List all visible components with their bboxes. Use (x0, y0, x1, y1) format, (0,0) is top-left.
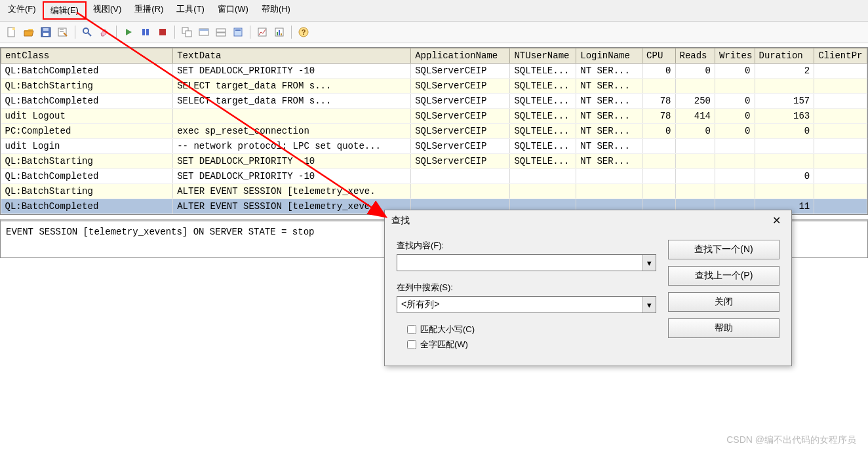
cell-login (576, 184, 642, 199)
toolbar-find-icon[interactable] (79, 24, 95, 40)
whole-word-checkbox[interactable]: 全字匹配(W) (407, 339, 656, 350)
cell-clientP (814, 94, 867, 109)
cell-ntUser (510, 184, 576, 199)
svg-rect-7 (60, 31, 64, 32)
column-header[interactable]: Writes (715, 48, 755, 64)
cell-ntUser: SQLTELE... (510, 79, 576, 94)
cell-reads: 250 (675, 94, 715, 109)
cell-textData: SELECT target_data FROM s... (173, 94, 411, 109)
dropdown-arrow-icon[interactable]: ▾ (642, 255, 656, 271)
cell-appName: SQLServerCEIP (411, 154, 510, 169)
cell-appName (411, 169, 510, 184)
menu-replay[interactable]: 重播(R) (128, 1, 170, 20)
search-column-combo[interactable]: ▾ (397, 296, 656, 313)
cell-cpu (642, 184, 675, 199)
column-header[interactable]: NTUserName (510, 48, 576, 64)
cell-duration: 157 (755, 94, 814, 109)
toolbar-window2-icon[interactable] (196, 24, 212, 40)
toolbar-pause-icon[interactable] (138, 24, 153, 40)
cell-eventClass: QL:BatchCompleted (1, 64, 173, 79)
toolbar-help-icon[interactable]: ? (296, 24, 311, 40)
toolbar-stop-icon[interactable] (155, 24, 170, 40)
svg-rect-1 (12, 28, 15, 30)
table-row[interactable]: QL:BatchCompletedSELECT target_data FROM… (1, 94, 867, 109)
toolbar-new-icon[interactable] (4, 24, 20, 40)
cell-login: NT SER... (576, 124, 642, 139)
svg-text:?: ? (302, 28, 306, 36)
table-row[interactable]: QL:BatchStartingSET DEADLOCK_PRIORITY -1… (1, 154, 867, 169)
search-column-label: 在列中搜索(S): (397, 282, 656, 293)
toolbar-erase-icon[interactable] (96, 24, 112, 40)
menu-file[interactable]: 文件(F) (1, 1, 43, 20)
column-header[interactable]: CPU (642, 48, 675, 64)
toolbar-chart2-icon[interactable] (271, 24, 287, 40)
cell-writes (715, 169, 755, 184)
find-content-combo[interactable]: ▾ (397, 254, 656, 271)
cell-cpu (642, 139, 675, 154)
column-header[interactable]: ClientPr (814, 48, 867, 64)
table-row[interactable]: PC:Completedexec sp_reset_connectionSQLS… (1, 124, 867, 139)
toolbar-open-icon[interactable] (21, 24, 37, 40)
find-prev-button[interactable]: 查找上一个(P) (668, 266, 779, 286)
svg-point-8 (83, 28, 89, 33)
menu-help[interactable]: 帮助(H) (255, 1, 297, 20)
toolbar-play-icon[interactable] (121, 24, 136, 40)
find-content-input[interactable] (397, 255, 642, 271)
cell-eventClass: QL:BatchStarting (1, 184, 173, 199)
column-header[interactable]: Duration (755, 48, 814, 64)
cell-appName: SQLServerCEIP (411, 139, 510, 154)
cell-clientP (814, 184, 867, 199)
menu-tools[interactable]: 工具(T) (170, 1, 211, 20)
cell-login: NT SER... (576, 64, 642, 79)
toolbar-window3-icon[interactable] (213, 24, 229, 40)
find-next-button[interactable]: 查找下一个(N) (668, 240, 779, 259)
menu-edit[interactable]: 编辑(E) (43, 1, 87, 20)
toolbar-template-icon[interactable] (230, 24, 246, 40)
table-row[interactable]: QL:BatchStartingALTER EVENT SESSION [tel… (1, 184, 867, 199)
toolbar-save-icon[interactable] (38, 24, 54, 40)
cell-clientP (814, 109, 867, 124)
close-icon[interactable]: ✕ (768, 214, 785, 227)
column-header[interactable]: LoginName (576, 48, 642, 64)
cell-appName: SQLServerCEIP (411, 109, 510, 124)
cell-reads: 0 (675, 124, 715, 139)
table-row[interactable]: udit Login-- network protocol: LPC set q… (1, 139, 867, 154)
cell-eventClass: QL:BatchCompleted (1, 169, 173, 184)
cell-cpu (642, 169, 675, 184)
cell-textData: SET DEADLOCK_PRIORITY -10 (173, 154, 411, 169)
cell-clientP (814, 199, 867, 214)
cell-login: NT SER... (576, 79, 642, 94)
column-header[interactable]: ApplicationName (411, 48, 510, 64)
cell-reads: 0 (675, 64, 715, 79)
match-case-checkbox[interactable]: 匹配大小写(C) (407, 324, 656, 335)
cell-ntUser: SQLTELE... (510, 139, 576, 154)
table-row[interactable]: QL:BatchCompletedSET DEADLOCK_PRIORITY -… (1, 169, 867, 184)
table-row[interactable]: QL:BatchCompletedSET DEADLOCK_PRIORITY -… (1, 64, 867, 79)
cell-textData: ALTER EVENT SESSION [telemetry_xeve. (173, 199, 411, 214)
menu-window[interactable]: 窗口(W) (211, 1, 255, 20)
cell-cpu (642, 154, 675, 169)
svg-rect-16 (216, 29, 226, 32)
cell-ntUser (510, 169, 576, 184)
svg-rect-10 (146, 29, 149, 35)
toolbar-window1-icon[interactable] (179, 24, 195, 40)
cell-duration (755, 154, 814, 169)
cell-appName (411, 184, 510, 199)
cell-clientP (814, 169, 867, 184)
menu-view[interactable]: 视图(V) (87, 1, 128, 20)
toolbar-properties-icon[interactable] (55, 24, 71, 40)
column-header[interactable]: entClass (1, 48, 173, 64)
column-header[interactable]: Reads (675, 48, 715, 64)
svg-rect-6 (60, 29, 64, 30)
table-row[interactable]: QL:BatchStartingSELECT target_data FROM … (1, 79, 867, 94)
close-button[interactable]: 关闭 (668, 292, 779, 312)
cell-textData: ALTER EVENT SESSION [telemetry_xeve. (173, 184, 411, 199)
toolbar-chart1-icon[interactable] (254, 24, 270, 40)
cell-cpu: 0 (642, 64, 675, 79)
column-header[interactable]: TextData (173, 48, 411, 64)
table-row[interactable]: udit LogoutSQLServerCEIPSQLTELE...NT SER… (1, 109, 867, 124)
dropdown-arrow-icon[interactable]: ▾ (642, 297, 656, 312)
cell-eventClass: udit Login (1, 139, 173, 154)
search-column-input[interactable] (397, 297, 642, 312)
help-button[interactable]: 帮助 (668, 318, 779, 338)
